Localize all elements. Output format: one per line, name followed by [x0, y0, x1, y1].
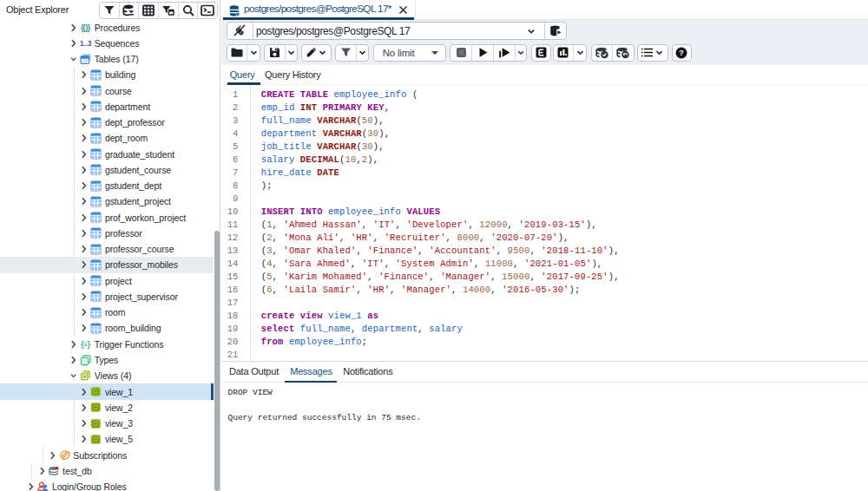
svg-text:{()}: {()} — [81, 24, 91, 32]
svg-text:1..3: 1..3 — [80, 40, 91, 48]
svg-text:{≡}: {≡} — [81, 341, 91, 349]
svg-text:?: ? — [679, 48, 684, 57]
